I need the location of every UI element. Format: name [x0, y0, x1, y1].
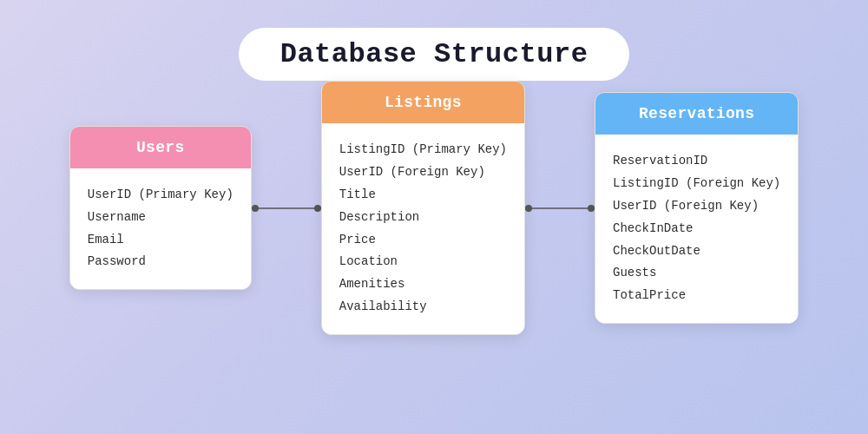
listings-table-body: ListingID (Primary Key) UserID (Foreign …: [322, 123, 524, 334]
connector-users-listings: [252, 122, 321, 295]
listings-table-header: Listings: [322, 82, 524, 123]
listings-field-7: Availability: [339, 296, 507, 319]
page-title: Database Structure: [280, 38, 589, 70]
title-container: Database Structure: [239, 28, 630, 81]
connector-svg-1: [252, 122, 321, 295]
connector-svg-2: [525, 122, 595, 295]
svg-point-2: [314, 205, 321, 212]
listings-field-6: Amenities: [339, 273, 507, 296]
users-table: Users UserID (Primary Key) Username Emai…: [69, 126, 252, 291]
reservations-table-header: Reservations: [595, 93, 798, 135]
listings-field-2: Title: [339, 184, 507, 207]
reservations-field-1: ListingID (Foreign Key): [613, 173, 780, 195]
users-field-1: Username: [88, 207, 233, 229]
users-table-body: UserID (Primary Key) Username Email Pass…: [70, 168, 251, 290]
users-field-0: UserID (Primary Key): [88, 184, 233, 207]
svg-point-1: [252, 205, 259, 212]
reservations-table: Reservations ReservationID ListingID (Fo…: [595, 92, 799, 324]
listings-field-5: Location: [339, 251, 507, 273]
users-field-2: Email: [88, 229, 233, 252]
users-field-3: Password: [88, 251, 233, 273]
reservations-field-2: UserID (Foreign Key): [613, 195, 780, 218]
diagram-area: Users UserID (Primary Key) Username Emai…: [0, 81, 868, 335]
reservations-field-3: CheckInDate: [613, 218, 780, 240]
svg-point-4: [525, 205, 532, 212]
listings-table: Listings ListingID (Primary Key) UserID …: [321, 81, 525, 335]
listings-field-0: ListingID (Primary Key): [339, 139, 507, 161]
listings-field-3: Description: [339, 207, 507, 229]
reservations-field-6: TotalPrice: [613, 285, 780, 307]
reservations-field-0: ReservationID: [613, 150, 780, 173]
users-table-header: Users: [70, 127, 251, 168]
reservations-field-5: Guests: [613, 262, 780, 285]
listings-field-1: UserID (Foreign Key): [339, 161, 507, 184]
svg-point-5: [588, 205, 595, 212]
connector-listings-reservations: [525, 122, 595, 295]
reservations-field-4: CheckOutDate: [613, 240, 780, 263]
listings-field-4: Price: [339, 229, 507, 252]
reservations-table-body: ReservationID ListingID (Foreign Key) Us…: [595, 135, 798, 323]
